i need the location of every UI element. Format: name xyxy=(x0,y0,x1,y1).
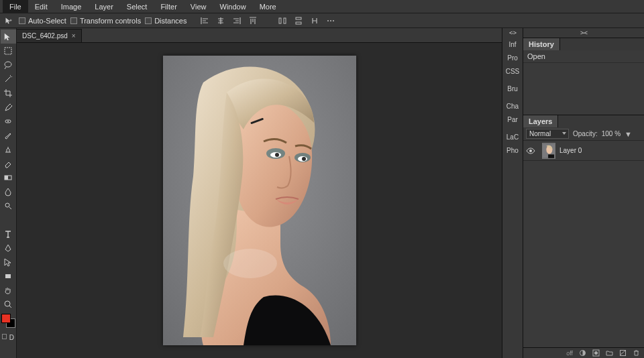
history-tab[interactable]: History xyxy=(523,38,560,50)
workspace: DSC_6402.psd × xyxy=(17,28,502,358)
svg-rect-7 xyxy=(5,48,11,54)
distribute-v-icon[interactable] xyxy=(292,15,305,27)
collapse-panels-icon[interactable]: >·< xyxy=(523,28,644,38)
svg-rect-26 xyxy=(548,154,554,158)
document-tab[interactable]: DSC_6402.psd × xyxy=(17,29,82,42)
collapsed-panels-strip: <·> Inf Pro CSS Bru Cha Par LaC Pho xyxy=(502,28,523,358)
svg-point-23 xyxy=(529,150,532,152)
layer-name[interactable]: Layer 0 xyxy=(559,147,582,154)
panel-tab-paragraph[interactable]: Par xyxy=(502,113,523,126)
tool-path[interactable] xyxy=(1,255,16,269)
expand-strip-icon[interactable]: <·> xyxy=(502,28,523,38)
svg-point-20 xyxy=(302,157,306,161)
menu-filter[interactable]: Filter xyxy=(154,0,183,13)
svg-point-13 xyxy=(5,301,10,306)
svg-rect-12 xyxy=(5,274,11,278)
align-top-icon[interactable] xyxy=(247,15,259,27)
svg-rect-1 xyxy=(284,18,286,23)
panel-tab-css[interactable]: CSS xyxy=(502,64,523,78)
tool-crop[interactable] xyxy=(1,86,16,100)
history-entry[interactable]: Open xyxy=(523,50,644,63)
transform-controls-checkbox[interactable]: Transform controls xyxy=(70,17,141,25)
svg-point-19 xyxy=(275,153,279,157)
svg-point-5 xyxy=(330,20,331,21)
tool-move[interactable] xyxy=(1,29,16,44)
menubar: File Edit Image Layer Select Filter View… xyxy=(0,0,644,13)
right-panels: >·< History Open Layers Normal Opacity: … xyxy=(523,28,644,358)
layers-panel: Layers Normal Opacity: 100 % ▼ Layer 0 xyxy=(523,115,644,347)
panel-tab-properties[interactable]: Pro xyxy=(502,51,523,64)
document-tab-name: DSC_6402.psd xyxy=(22,32,68,40)
visibility-toggle-icon[interactable] xyxy=(523,146,538,156)
foreground-color-swatch[interactable] xyxy=(1,314,11,323)
distances-checkbox[interactable]: Distances xyxy=(145,17,186,25)
tool-brush[interactable] xyxy=(1,128,16,142)
new-folder-icon[interactable] xyxy=(605,349,613,357)
delete-layer-icon[interactable] xyxy=(632,349,640,357)
distribute-spacing-icon[interactable] xyxy=(309,15,321,27)
tool-type[interactable] xyxy=(1,227,16,241)
panel-tab-layercomps[interactable]: LaC xyxy=(502,130,523,143)
svg-rect-0 xyxy=(279,18,281,23)
tool-pen[interactable] xyxy=(1,241,16,255)
svg-rect-10 xyxy=(5,176,8,180)
svg-point-29 xyxy=(594,351,598,355)
swap-colors-icon[interactable]: D xyxy=(9,334,14,341)
align-right-icon[interactable] xyxy=(231,15,243,27)
menu-more[interactable]: More xyxy=(253,0,283,13)
align-left-icon[interactable] xyxy=(199,15,211,27)
auto-select-checkbox[interactable]: Auto-Select xyxy=(19,17,66,25)
opacity-flyout-icon[interactable]: ▼ xyxy=(625,130,632,138)
tool-heal[interactable] xyxy=(1,114,16,128)
align-center-h-icon[interactable] xyxy=(215,15,227,27)
panel-tab-character[interactable]: Cha xyxy=(502,99,523,113)
layers-footer: off xyxy=(523,347,644,358)
canvas[interactable] xyxy=(17,43,502,358)
tool-shape[interactable] xyxy=(1,269,16,283)
menu-edit[interactable]: Edit xyxy=(28,0,54,13)
tool-marquee[interactable] xyxy=(1,44,16,58)
tool-eraser[interactable] xyxy=(1,156,16,170)
opacity-label: Opacity: xyxy=(573,130,598,137)
panel-tab-photo[interactable]: Pho xyxy=(502,143,523,157)
layer-mask-icon[interactable] xyxy=(592,349,600,357)
menu-image[interactable]: Image xyxy=(54,0,89,13)
distances-label: Distances xyxy=(154,17,186,25)
layers-tab[interactable]: Layers xyxy=(523,115,558,127)
tool-lasso[interactable] xyxy=(1,58,16,72)
layer-row[interactable]: Layer 0 xyxy=(523,141,644,161)
tool-blur[interactable] xyxy=(1,184,16,198)
layer-thumbnail xyxy=(542,143,555,159)
tool-zoom[interactable] xyxy=(1,213,16,227)
tool-clone[interactable] xyxy=(1,142,16,156)
menu-file[interactable]: File xyxy=(3,0,28,13)
document-image xyxy=(163,56,356,345)
menu-window[interactable]: Window xyxy=(213,0,253,13)
tool-gradient[interactable] xyxy=(1,170,16,184)
footer-off-label: off xyxy=(566,350,573,357)
distribute-h-icon[interactable] xyxy=(276,15,288,27)
svg-rect-3 xyxy=(296,22,301,24)
tool-wand[interactable] xyxy=(1,72,16,86)
panel-tab-info[interactable]: Inf xyxy=(502,38,523,51)
more-options-icon[interactable] xyxy=(325,15,337,27)
blend-mode-select[interactable]: Normal xyxy=(526,129,569,139)
auto-select-label: Auto-Select xyxy=(28,17,66,25)
svg-point-22 xyxy=(223,249,277,278)
svg-point-11 xyxy=(5,203,9,207)
close-tab-icon[interactable]: × xyxy=(72,32,76,40)
default-colors-icon[interactable] xyxy=(2,334,7,339)
color-swatches[interactable] xyxy=(1,314,16,333)
menu-select[interactable]: Select xyxy=(120,0,154,13)
tool-dodge[interactable] xyxy=(1,198,16,213)
opacity-value[interactable]: 100 % xyxy=(602,130,621,137)
panel-tab-brush[interactable]: Bru xyxy=(502,82,523,95)
tool-hand[interactable] xyxy=(1,283,16,297)
new-layer-icon[interactable] xyxy=(619,349,627,357)
document-tabstrip: DSC_6402.psd × xyxy=(17,28,502,43)
menu-layer[interactable]: Layer xyxy=(88,0,120,13)
menu-view[interactable]: View xyxy=(184,0,213,13)
adjustment-layer-icon[interactable] xyxy=(578,349,586,357)
tool-rect-select[interactable] xyxy=(1,297,16,311)
tool-eyedropper[interactable] xyxy=(1,100,16,114)
